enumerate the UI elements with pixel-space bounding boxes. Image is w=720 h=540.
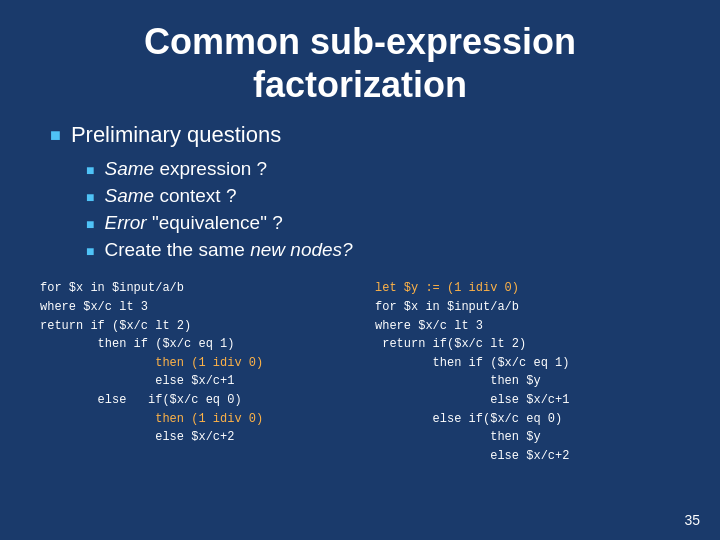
sub-bullet-icon-4: ■ <box>86 243 94 259</box>
slide-title: Common sub-expression factorization <box>40 20 680 106</box>
code-line: where $x/c lt 3 <box>40 298 345 317</box>
code-line: for $x in $input/a/b <box>375 298 680 317</box>
sub-bullet-4: ■ Create the same new nodes? <box>86 239 680 261</box>
main-bullet-icon: ■ <box>50 125 61 146</box>
sub-bullet-1: ■ Same expression ? <box>86 158 680 180</box>
sub-bullet-icon-2: ■ <box>86 189 94 205</box>
code-line: where $x/c lt 3 <box>375 317 680 336</box>
code-line: else if($x/c eq 0) <box>375 410 680 429</box>
sub-bullet-3: ■ Error "equivalence" ? <box>86 212 680 234</box>
main-bullet-label: Preliminary questions <box>71 122 281 148</box>
code-line: for $x in $input/a/b <box>40 279 345 298</box>
code-section: for $x in $input/a/b where $x/c lt 3 ret… <box>40 279 680 465</box>
sub-bullet-2: ■ Same context ? <box>86 185 680 207</box>
code-line: then (1 idiv 0) <box>40 410 345 429</box>
sub-bullet-icon-3: ■ <box>86 216 94 232</box>
code-line: then if ($x/c eq 1) <box>375 354 680 373</box>
sub-bullet-text-4: Create the same new nodes? <box>104 239 352 261</box>
slide: Common sub-expression factorization ■ Pr… <box>0 0 720 540</box>
code-line: else if($x/c eq 0) <box>40 391 345 410</box>
code-line: then (1 idiv 0) <box>40 354 345 373</box>
code-line: then $y <box>375 372 680 391</box>
code-line: then if ($x/c eq 1) <box>40 335 345 354</box>
sub-bullet-text-2: Same context ? <box>104 185 236 207</box>
title-line1: Common sub-expression <box>144 21 576 62</box>
title-line2: factorization <box>253 64 467 105</box>
code-line: else $x/c+1 <box>375 391 680 410</box>
code-line: else $x/c+1 <box>40 372 345 391</box>
code-line: return if ($x/c lt 2) <box>40 317 345 336</box>
page-number: 35 <box>684 512 700 528</box>
sub-bullet-text-3: Error "equivalence" ? <box>104 212 282 234</box>
sub-bullet-icon-1: ■ <box>86 162 94 178</box>
code-block-right: let $y := (1 idiv 0) for $x in $input/a/… <box>375 279 680 465</box>
sub-bullet-text-1: Same expression ? <box>104 158 267 180</box>
code-block-left: for $x in $input/a/b where $x/c lt 3 ret… <box>40 279 345 465</box>
code-line: let $y := (1 idiv 0) <box>375 279 680 298</box>
code-line: else $x/c+2 <box>40 428 345 447</box>
code-line: else $x/c+2 <box>375 447 680 466</box>
code-line: then $y <box>375 428 680 447</box>
code-line: return if($x/c lt 2) <box>375 335 680 354</box>
sub-bullets: ■ Same expression ? ■ Same context ? ■ E… <box>86 158 680 261</box>
main-bullet: ■ Preliminary questions <box>50 122 680 148</box>
bullet-section: ■ Preliminary questions ■ Same expressio… <box>50 122 680 261</box>
